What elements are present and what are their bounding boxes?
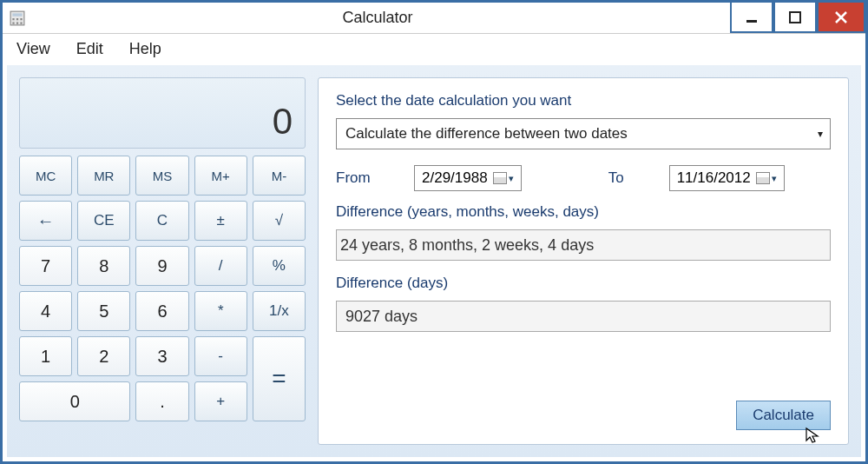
mminus-button[interactable]: M- (253, 156, 306, 196)
diff-full-label: Difference (years, months, weeks, days) (336, 203, 831, 221)
digit-5-button[interactable]: 5 (77, 291, 130, 331)
menu-edit[interactable]: Edit (71, 36, 108, 62)
svg-rect-3 (16, 18, 18, 20)
percent-button[interactable]: % (253, 246, 306, 286)
menu-view[interactable]: View (11, 36, 56, 62)
reciprocal-button[interactable]: 1/x (253, 291, 306, 331)
svg-rect-6 (16, 22, 18, 23)
calculator-app-icon (10, 10, 25, 26)
digit-6-button[interactable]: 6 (135, 291, 188, 331)
calculator-window: Calculator View Edit Help 0 MC MR MS M+ (0, 0, 868, 464)
diff-days-output: 9027 days (336, 301, 831, 332)
digit-4-button[interactable]: 4 (19, 291, 72, 331)
minimize-icon (746, 11, 758, 23)
chevron-down-icon: ▾ (818, 128, 823, 140)
mr-button[interactable]: MR (77, 156, 130, 196)
maximize-button[interactable] (773, 3, 817, 33)
svg-rect-7 (20, 22, 22, 23)
svg-rect-9 (790, 12, 800, 23)
plusminus-button[interactable]: ± (194, 201, 247, 241)
keypad: MC MR MS M+ M- ← CE C ± √ 7 8 9 / % 4 5 … (19, 156, 306, 421)
digit-8-button[interactable]: 8 (77, 246, 130, 286)
digit-2-button[interactable]: 2 (77, 336, 130, 376)
digit-3-button[interactable]: 3 (135, 336, 188, 376)
menubar: View Edit Help (3, 34, 865, 63)
window-title: Calculator (25, 9, 730, 27)
divide-button[interactable]: / (194, 246, 247, 286)
ms-button[interactable]: MS (135, 156, 188, 196)
to-label: To (608, 169, 635, 187)
content-area: 0 MC MR MS M+ M- ← CE C ± √ 7 8 9 / % 4 … (7, 65, 861, 457)
maximize-icon (789, 11, 801, 23)
arrow-left-icon: ← (37, 211, 55, 231)
digit-0-button[interactable]: 0 (19, 381, 130, 421)
subtract-button[interactable]: - (194, 336, 247, 376)
multiply-button[interactable]: * (194, 291, 247, 331)
svg-rect-2 (12, 18, 14, 20)
calendar-dropdown-icon: ▾ (493, 172, 514, 184)
svg-rect-1 (12, 13, 22, 16)
c-button[interactable]: C (135, 201, 188, 241)
from-label: From (336, 169, 379, 187)
window-controls (730, 3, 865, 33)
svg-rect-4 (20, 18, 22, 20)
mc-button[interactable]: MC (19, 156, 72, 196)
calculator-display: 0 (19, 77, 306, 149)
digit-9-button[interactable]: 9 (135, 246, 188, 286)
calendar-dropdown-icon: ▾ (756, 172, 777, 184)
titlebar: Calculator (3, 3, 865, 34)
to-date-picker[interactable]: 11/16/2012 ▾ (669, 165, 785, 191)
sqrt-button[interactable]: √ (253, 201, 306, 241)
to-date-value: 11/16/2012 (677, 169, 751, 187)
date-mode-value: Calculate the difference between two dat… (345, 125, 628, 143)
date-row: From 2/29/1988 ▾ To 11/16/2012 ▾ (336, 165, 831, 191)
svg-rect-5 (12, 22, 14, 23)
backspace-button[interactable]: ← (19, 201, 72, 241)
close-icon (834, 10, 848, 24)
digit-7-button[interactable]: 7 (19, 246, 72, 286)
date-mode-select[interactable]: Calculate the difference between two dat… (336, 118, 831, 149)
date-calculation-panel: Select the date calculation you want Cal… (318, 77, 849, 445)
from-date-picker[interactable]: 2/29/1988 ▾ (414, 165, 522, 191)
calculate-button[interactable]: Calculate (736, 401, 831, 430)
ce-button[interactable]: CE (77, 201, 130, 241)
calculator-panel: 0 MC MR MS M+ M- ← CE C ± √ 7 8 9 / % 4 … (19, 77, 306, 445)
mplus-button[interactable]: M+ (194, 156, 247, 196)
from-date-value: 2/29/1988 (422, 169, 488, 187)
diff-full-output: 24 years, 8 months, 2 weeks, 4 days (336, 229, 831, 261)
menu-help[interactable]: Help (124, 36, 167, 62)
diff-days-label: Difference (days) (336, 275, 831, 292)
equals-button[interactable]: = (253, 336, 306, 421)
close-button[interactable] (817, 3, 865, 33)
date-select-label: Select the date calculation you want (336, 92, 831, 109)
svg-rect-8 (746, 20, 757, 23)
add-button[interactable]: + (194, 381, 247, 421)
decimal-button[interactable]: . (135, 381, 188, 421)
digit-1-button[interactable]: 1 (19, 336, 72, 376)
minimize-button[interactable] (730, 3, 773, 33)
